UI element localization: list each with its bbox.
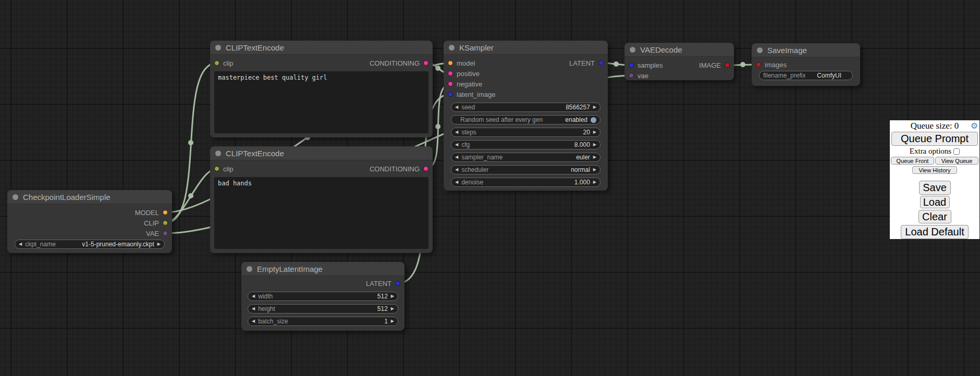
output-label: CLIP: [144, 219, 159, 227]
node-title-bar[interactable]: CheckpointLoaderSimple: [7, 190, 172, 204]
queue-menu-panel: Queue size: 0 ⚙ Queue Prompt Extra optio…: [890, 120, 979, 239]
widget-value: euler: [576, 154, 590, 161]
images-input-dot[interactable]: [756, 62, 761, 67]
queue-prompt-button[interactable]: Queue Prompt: [891, 132, 978, 146]
collapse-dot[interactable]: [630, 47, 635, 53]
seed-widget[interactable]: ◀ seed 8566257 ▶: [451, 103, 601, 112]
collapse-dot[interactable]: [247, 266, 252, 272]
decrement-arrow-icon[interactable]: ◀: [455, 105, 458, 109]
clear-button[interactable]: Clear: [918, 210, 951, 223]
conditioning-output-dot[interactable]: [423, 60, 428, 66]
widget-label: batch_size: [258, 318, 288, 325]
batch-size-widget[interactable]: ◀ batch_size 1 ▶: [248, 317, 398, 326]
extra-options-checkbox[interactable]: [953, 148, 960, 155]
sampler-name-widget[interactable]: ◀ sampler_name euler ▶: [451, 153, 601, 162]
decrement-arrow-icon[interactable]: ◀: [252, 294, 255, 298]
conditioning-output-dot[interactable]: [423, 166, 428, 171]
settings-gear-icon[interactable]: ⚙: [971, 120, 978, 131]
slot-row: vae: [624, 70, 734, 80]
increment-arrow-icon[interactable]: ▶: [593, 155, 596, 159]
increment-arrow-icon[interactable]: ▶: [391, 319, 394, 323]
decrement-arrow-icon[interactable]: ◀: [455, 155, 458, 159]
width-widget[interactable]: ◀ width 512 ▶: [248, 292, 398, 301]
view-queue-button[interactable]: View Queue: [935, 157, 978, 165]
increment-arrow-icon[interactable]: ▶: [593, 105, 596, 109]
increment-arrow-icon[interactable]: ▶: [157, 242, 161, 246]
model-input-dot[interactable]: [448, 60, 453, 66]
widget-value: 512: [377, 305, 388, 312]
collapse-dot[interactable]: [215, 45, 221, 51]
increment-arrow-icon[interactable]: ▶: [593, 180, 596, 184]
node-title-bar[interactable]: CLIPTextEncode: [210, 41, 433, 55]
node-checkpoint-loader-simple[interactable]: CheckpointLoaderSimple MODEL CLIP VAE ◀ …: [7, 190, 172, 253]
node-empty-latent-image[interactable]: EmptyLatentImage LATENT ◀ width 512 ▶ ◀ …: [241, 262, 405, 331]
decrement-arrow-icon[interactable]: ◀: [19, 242, 22, 246]
view-history-button[interactable]: View History: [912, 166, 957, 174]
latent-output-dot[interactable]: [598, 60, 604, 66]
ckpt-name-widget[interactable]: ◀ ckpt_name v1-5-pruned-emaonly.ckpt ▶: [15, 240, 165, 249]
load-button[interactable]: Load: [920, 196, 950, 208]
clip-output-dot[interactable]: [163, 220, 168, 225]
node-title-bar[interactable]: EmptyLatentImage: [241, 262, 405, 276]
node-clip-text-encode-negative[interactable]: CLIPTextEncode clip CONDITIONING bad han…: [210, 146, 433, 253]
cfg-widget[interactable]: ◀ cfg 8.000 ▶: [451, 140, 601, 149]
decrement-arrow-icon[interactable]: ◀: [455, 143, 458, 147]
widget-value: 8566257: [566, 104, 590, 111]
collapse-dot[interactable]: [757, 47, 763, 53]
samples-input-dot[interactable]: [629, 62, 634, 68]
node-title-bar[interactable]: SaveImage: [752, 43, 860, 57]
vae-output-dot[interactable]: [163, 231, 168, 236]
node-ksampler[interactable]: KSampler model LATENT positive negative: [444, 41, 608, 191]
output-label: CONDITIONING: [370, 59, 420, 67]
clip-input-dot[interactable]: [214, 166, 219, 171]
decrement-arrow-icon[interactable]: ◀: [252, 319, 255, 323]
save-button[interactable]: Save: [919, 181, 951, 195]
negative-input-dot[interactable]: [448, 81, 453, 86]
clip-input-dot[interactable]: [214, 60, 219, 66]
vae-input-dot[interactable]: [629, 73, 634, 78]
toggle-knob-icon[interactable]: [591, 117, 596, 123]
comfyui-canvas[interactable]: CheckpointLoaderSimple MODEL CLIP VAE ◀ …: [0, 0, 980, 376]
node-title: KSampler: [459, 43, 494, 52]
output-label: LATENT: [366, 280, 391, 287]
increment-arrow-icon[interactable]: ▶: [391, 294, 394, 298]
node-save-image[interactable]: SaveImage images filename_prefix ComfyUI: [752, 43, 860, 86]
widget-value: 1: [384, 318, 388, 325]
queue-size-label: Queue size: 0: [911, 121, 959, 131]
collapse-dot[interactable]: [215, 151, 221, 156]
latent-output-dot[interactable]: [395, 281, 400, 286]
collapse-dot[interactable]: [13, 194, 18, 200]
node-title-bar[interactable]: CLIPTextEncode: [210, 146, 433, 160]
slot-row: VAE: [7, 228, 172, 239]
node-vae-decode[interactable]: VAEDecode samples IMAGE vae: [624, 43, 734, 80]
denoise-widget[interactable]: ◀ denoise 1.000 ▶: [451, 178, 601, 187]
decrement-arrow-icon[interactable]: ◀: [455, 180, 458, 184]
random-seed-toggle-widget[interactable]: Random seed after every gen enabled: [451, 115, 601, 124]
decrement-arrow-icon[interactable]: ◀: [455, 130, 458, 134]
widget-label: width: [258, 293, 273, 300]
queue-front-button[interactable]: Queue Front: [891, 157, 934, 165]
decrement-arrow-icon[interactable]: ◀: [455, 168, 458, 172]
widget-value: 20: [583, 129, 590, 136]
node-clip-text-encode-positive[interactable]: CLIPTextEncode clip CONDITIONING masterp…: [210, 41, 433, 137]
increment-arrow-icon[interactable]: ▶: [593, 130, 596, 134]
latent-image-input-dot[interactable]: [448, 92, 453, 97]
collapse-dot[interactable]: [449, 45, 455, 51]
widget-label: filename_prefix: [763, 72, 805, 79]
increment-arrow-icon[interactable]: ▶: [593, 168, 596, 172]
image-output-dot[interactable]: [725, 62, 730, 68]
model-output-dot[interactable]: [163, 210, 168, 215]
prompt-textarea[interactable]: bad hands: [214, 177, 428, 249]
decrement-arrow-icon[interactable]: ◀: [252, 307, 255, 311]
steps-widget[interactable]: ◀ steps 20 ▶: [451, 128, 601, 137]
node-title-bar[interactable]: VAEDecode: [624, 43, 734, 57]
positive-input-dot[interactable]: [448, 71, 453, 76]
increment-arrow-icon[interactable]: ▶: [593, 143, 596, 147]
load-default-button[interactable]: Load Default: [901, 225, 969, 239]
prompt-textarea[interactable]: masterpiece best quality girl: [214, 71, 428, 133]
height-widget[interactable]: ◀ height 512 ▶: [248, 304, 398, 314]
node-title-bar[interactable]: KSampler: [444, 41, 608, 55]
filename-prefix-widget[interactable]: filename_prefix ComfyUI: [759, 71, 853, 80]
scheduler-widget[interactable]: ◀ scheduler normal ▶: [451, 165, 601, 174]
increment-arrow-icon[interactable]: ▶: [391, 307, 394, 311]
